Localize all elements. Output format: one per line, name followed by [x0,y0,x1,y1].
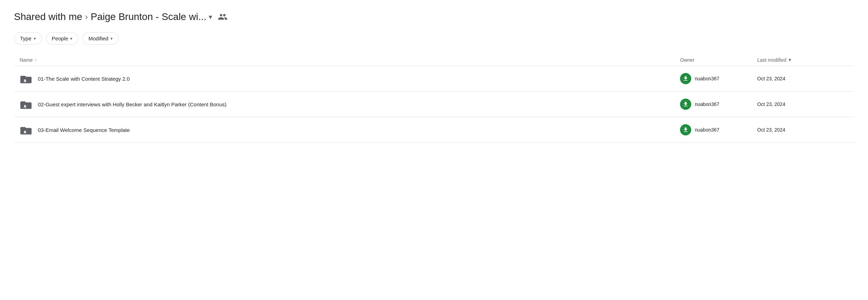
row-file-name: 01-The Scale with Content Strategy 2.0 [38,76,130,82]
owner-name: nuabon367 [695,101,719,107]
row-file-name: 03-Email Welcome Sequence Template [38,127,130,133]
last-modified-column-header[interactable]: Last modified ▼ [757,57,848,63]
owner-column-label: Owner [680,57,694,63]
breadcrumb: Shared with me › Paige Brunton - Scale w… [14,11,854,22]
table-row[interactable]: 02-Guest expert interviews with Holly Be… [14,92,854,117]
table-row[interactable]: 01-The Scale with Content Strategy 2.0 n… [14,66,854,92]
row-modified-cell: Oct 23, 2024 [757,76,848,81]
row-name-cell: 01-The Scale with Content Strategy 2.0 [20,72,680,85]
modified-filter-chevron-icon: ▾ [110,36,113,41]
folder-breadcrumb[interactable]: Paige Brunton - Scale wi... ▾ [91,11,212,22]
people-filter-label: People [52,35,68,41]
shared-folder-icon [20,124,32,136]
row-owner-cell: nuabon367 [680,73,757,84]
people-filter-button[interactable]: People ▾ [46,32,79,45]
table-row[interactable]: 03-Email Welcome Sequence Template nuabo… [14,117,854,143]
svg-point-1 [24,105,26,106]
table-body: 01-The Scale with Content Strategy 2.0 n… [14,66,854,143]
owner-name: nuabon367 [695,76,719,81]
shared-folder-icon [20,72,32,85]
name-column-header[interactable]: Name ↑ [20,57,680,63]
name-sort-arrow-icon: ↑ [35,58,37,62]
row-modified-cell: Oct 23, 2024 [757,101,848,107]
svg-point-2 [24,131,26,132]
row-name-cell: 03-Email Welcome Sequence Template [20,124,680,136]
owner-download-icon [680,99,691,110]
owner-column-header: Owner [680,57,757,63]
last-modified-column-label: Last modified [757,57,786,63]
svg-point-0 [24,79,26,81]
type-filter-chevron-icon: ▾ [34,36,36,41]
people-filter-chevron-icon: ▾ [70,36,72,41]
modified-filter-button[interactable]: Modified ▾ [82,32,119,45]
type-filter-button[interactable]: Type ▾ [14,32,42,45]
owner-download-icon [680,73,691,84]
name-column-label: Name [20,57,33,63]
shared-folder-icon [20,98,32,111]
row-modified-cell: Oct 23, 2024 [757,127,848,133]
row-file-name: 02-Guest expert interviews with Holly Be… [38,101,227,107]
folder-dropdown-icon[interactable]: ▾ [209,13,212,21]
table-header: Name ↑ Owner Last modified ▼ [14,54,854,66]
row-owner-cell: nuabon367 [680,99,757,110]
share-people-icon[interactable] [218,12,228,22]
last-modified-sort-icon: ▼ [788,58,792,62]
type-filter-label: Type [20,35,32,41]
folder-name-label: Paige Brunton - Scale wi... [91,11,207,22]
breadcrumb-chevron-icon: › [85,12,88,22]
filter-row: Type ▾ People ▾ Modified ▾ [14,32,854,45]
shared-with-me-link[interactable]: Shared with me [14,11,82,22]
modified-filter-label: Modified [88,35,108,41]
row-owner-cell: nuabon367 [680,124,757,135]
owner-name: nuabon367 [695,127,719,133]
owner-download-icon [680,124,691,135]
row-name-cell: 02-Guest expert interviews with Holly Be… [20,98,680,111]
